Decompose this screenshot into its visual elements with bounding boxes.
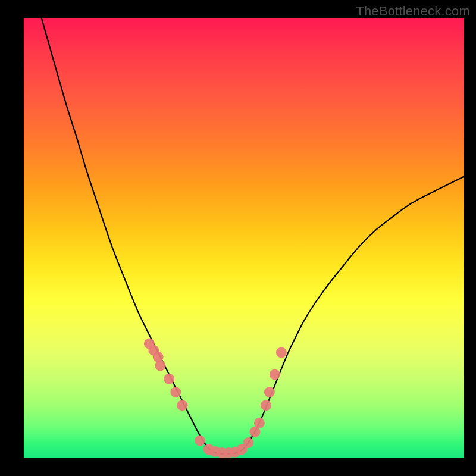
marker-dot [270,369,280,380]
marker-dot [276,347,287,358]
marker-dot [155,361,165,371]
marker-dot [264,387,275,397]
marker-dot [195,435,205,446]
marker-dot [177,400,187,411]
chart-frame: TheBottleneck.com [0,0,476,476]
highlight-markers [144,339,287,458]
marker-dot [164,374,174,384]
curve-path [42,18,464,454]
bottleneck-curve [42,18,464,454]
watermark-text: TheBottleneck.com [356,4,470,19]
marker-dot [254,418,265,428]
marker-dot [170,387,181,397]
curve-layer [24,18,464,458]
marker-dot [243,437,253,448]
marker-dot [261,400,271,411]
plot-area [24,18,464,458]
